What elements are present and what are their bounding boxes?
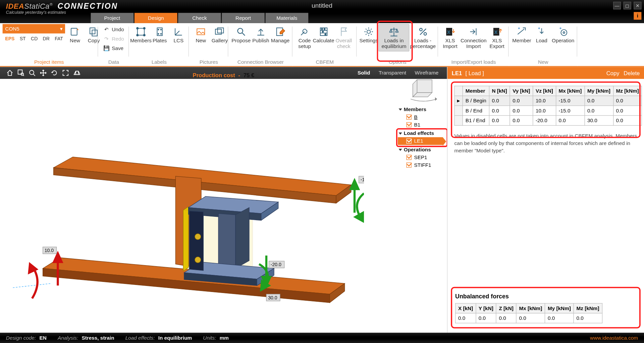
close-button[interactable]: ✕ [634,2,641,9]
table-row[interactable]: B / End 0.0 0.0 10.0 -15.0 0.0 0.0 [454,106,642,115]
members-label-button[interactable]: Members [132,24,150,46]
perspective-button[interactable] [71,68,82,78]
tab-design[interactable]: Design [135,13,177,23]
ribbon-group-pictures: New Gallery Pictures [189,23,228,66]
lcs-label-button[interactable]: LCS [170,24,188,46]
prop-delete-button[interactable]: Delete [624,70,640,76]
svg-marker-35 [417,80,432,93]
minimize-button[interactable]: — [613,2,621,9]
status-bar: Design code:EN Analysis:Stress, strain L… [0,333,644,343]
tab-project[interactable]: Project [91,13,134,23]
connection-import-button[interactable]: Connection Import [460,24,487,52]
save-button[interactable]: 💾Save [101,44,126,53]
new-member-icon [516,26,527,37]
new-load-button[interactable]: Load [533,24,551,46]
svg-point-58 [195,257,201,263]
ribbon-group-new: Member Load Operation New [509,23,578,66]
undo-button[interactable]: ↶Undo [101,25,126,34]
svg-rect-13 [197,29,205,35]
info-button[interactable]: i [634,12,641,20]
tree-group-load-effects[interactable]: Load effects [398,130,443,137]
redo-button[interactable]: ↷Redo [101,34,126,44]
svg-marker-51 [235,207,249,268]
chevron-down-icon: ▾ [60,26,63,32]
settings-button[interactable]: Settings [360,24,378,46]
tree-group-operations[interactable]: Operations [398,146,443,153]
svg-point-25 [424,33,426,35]
tree-item-stiff1[interactable]: STIFF1 [398,161,443,169]
navigation-cube[interactable] [409,73,438,103]
mode-solid[interactable]: Solid [353,70,374,76]
svg-rect-3 [138,28,144,35]
prop-copy-button[interactable]: Copy [606,70,620,76]
main-tabs: Project Design Check Report Materials [91,13,309,23]
new-item-button[interactable]: New [66,24,84,46]
tree-item-b[interactable]: B [398,113,443,121]
maximize-button[interactable]: ◻ [624,2,631,9]
svg-point-31 [563,32,565,34]
calculate-button[interactable]: Calculate [315,24,333,46]
tab-materials[interactable]: Materials [265,13,308,23]
new-member-button[interactable]: Member [512,24,532,46]
propose-button[interactable]: Propose [231,24,251,46]
new-operation-button[interactable]: Operation [551,24,575,46]
tab-check[interactable]: Check [178,13,221,23]
ribbon-group-connection-browser: Propose Publish Manage Connection Browse… [229,23,293,66]
ribbon-group-project-items: CON5▾ EPS ST CD DR FAT New Copy Project … [0,23,99,66]
fullscreen-button[interactable] [60,68,71,78]
subtab-st[interactable]: ST [18,35,28,42]
plates-label-button[interactable]: Plates [151,24,169,46]
home-view-button[interactable] [4,68,15,78]
svg-point-6 [137,34,138,36]
table-row[interactable]: B1 / End 0.0 0.0 -20.0 0.0 30.0 0.0 [454,115,642,125]
document-title: untitled [312,2,332,9]
unbalanced-table: X [kN] Y [kN] Z [kN] Mx [kNm] My [kNm] M… [455,303,602,323]
subtab-dr[interactable]: DR [41,35,51,42]
loads-table[interactable]: Member N [kN] Vy [kN] Vz [kN] Mx [kNm] M… [454,86,642,126]
svg-point-22 [325,34,326,35]
tree-item-le1[interactable]: LE1 [398,137,443,145]
xls-import-button[interactable]: XXLS Import [441,24,459,52]
subtab-cd[interactable]: CD [29,35,39,42]
tree-item-sep1[interactable]: SEP1 [398,153,443,161]
rotate-button[interactable] [49,68,60,78]
tree-item-b1[interactable]: B1 [398,121,443,129]
pan-button[interactable] [38,68,49,78]
svg-point-19 [321,29,322,30]
svg-rect-14 [215,29,221,34]
zoom-button[interactable] [26,68,38,78]
xls-import-icon: X [444,26,455,37]
picture-new-button[interactable]: New [192,24,210,46]
table-row[interactable]: ▸ B / Begin 0.0 0.0 10.0 -15.0 0.0 0.0 [454,96,642,106]
svg-rect-8 [157,28,162,36]
overall-check-button[interactable]: Overall check [333,24,354,52]
svg-point-34 [30,70,34,75]
xls-export-button[interactable]: XXLS Export [488,24,506,52]
mode-transparent[interactable]: Transparent [374,70,411,76]
ribbon-group-data: ↶Undo ↷Redo 💾Save Data [99,23,129,66]
subtab-eps[interactable]: EPS [3,35,16,42]
brand-idea: IDEA [6,2,24,10]
zoom-window-button[interactable] [15,68,26,78]
connection-selector[interactable]: CON5▾ [3,24,65,34]
table-row: 0.0 0.0 0.0 0.0 0.0 0.0 [455,313,602,323]
svg-point-20 [324,29,325,30]
tree-group-members[interactable]: Members [398,105,443,113]
svg-marker-60 [54,253,62,262]
loads-percentage-button[interactable]: Loads - percentage [410,24,435,52]
svg-point-30 [561,30,567,36]
gallery-icon [214,26,225,37]
subtab-fat[interactable]: FAT [53,35,65,42]
svg-point-4 [137,28,138,29]
viewport-3d[interactable]: Solid Transparent Wireframe Production c… [0,67,447,333]
website-link[interactable]: www.ideastatica.com [590,335,638,341]
loads-equilibrium-button[interactable]: Loads in equilibrium [379,24,410,52]
ribbon-group-cbfem: Code setup Calculate Overall check CBFEM [293,23,357,66]
code-setup-button[interactable]: Code setup [296,24,314,52]
properties-panel: LE1 [ Load ] Copy Delete Member N [kN] V… [447,67,644,333]
plate-icon [154,26,165,37]
publish-button[interactable]: Publish [252,24,270,46]
tab-report[interactable]: Report [222,13,265,23]
manage-button[interactable]: Manage [271,24,290,46]
picture-gallery-button[interactable]: Gallery [211,24,229,46]
